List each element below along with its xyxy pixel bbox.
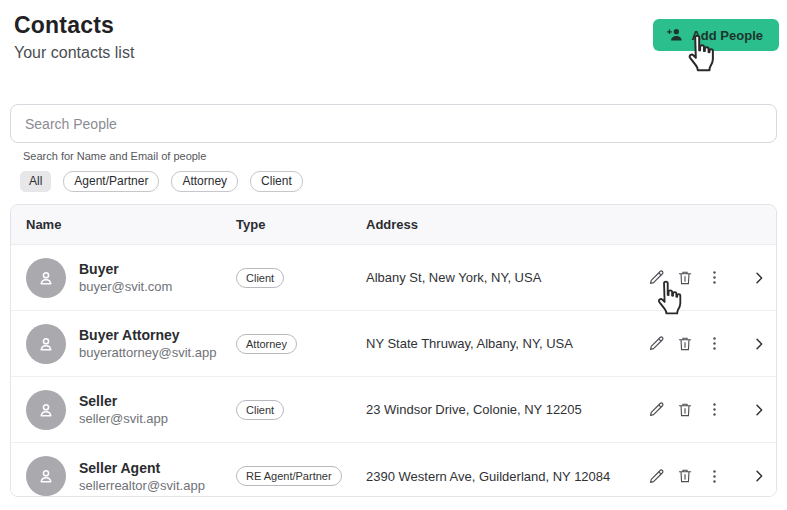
edit-pencil-icon[interactable] — [646, 466, 666, 486]
delete-trash-icon[interactable] — [675, 334, 695, 354]
filter-chip-client[interactable]: Client — [250, 171, 303, 192]
contact-address: 23 Windsor Drive, Colonie, NY 12205 — [351, 402, 646, 417]
more-options-kebab-icon[interactable] — [704, 400, 724, 420]
delete-trash-icon[interactable] — [675, 400, 695, 420]
avatar — [26, 390, 66, 430]
column-header-name: Name — [11, 217, 221, 232]
column-header-type: Type — [221, 217, 351, 232]
contact-email: buyer@svit.com — [79, 279, 172, 294]
chevron-right-icon[interactable] — [749, 334, 769, 354]
edit-pencil-icon[interactable] — [646, 268, 666, 288]
filter-chip-all[interactable]: All — [20, 171, 51, 192]
contact-address: Albany St, New York, NY, USA — [351, 270, 646, 285]
contact-address: NY State Thruway, Albany, NY, USA — [351, 336, 646, 351]
chevron-right-icon[interactable] — [749, 400, 769, 420]
table-row[interactable]: Seller seller@svit.app Client 23 Windsor… — [11, 377, 776, 443]
contact-email: sellerrealtor@svit.app — [79, 478, 205, 493]
type-badge: Client — [236, 268, 284, 288]
filter-chips: All Agent/Partner Attorney Client — [20, 171, 777, 192]
more-options-kebab-icon[interactable] — [704, 334, 724, 354]
contact-name: Seller — [79, 393, 168, 409]
table-row[interactable]: Seller Agent sellerrealtor@svit.app RE A… — [11, 443, 776, 497]
person-plus-icon — [666, 26, 684, 44]
column-header-address: Address — [351, 217, 646, 232]
table-row[interactable]: Buyer Attorney buyerattorney@svit.app At… — [11, 311, 776, 377]
type-badge: Client — [236, 400, 284, 420]
avatar — [26, 324, 66, 364]
contact-email: seller@svit.app — [79, 411, 168, 426]
chevron-right-icon[interactable] — [749, 268, 769, 288]
delete-trash-icon[interactable] — [675, 268, 695, 288]
more-options-kebab-icon[interactable] — [704, 268, 724, 288]
contacts-page: Contacts Your contacts list Add People S… — [0, 0, 787, 510]
contact-address: 2390 Western Ave, Guilderland, NY 12084 — [351, 469, 646, 484]
contact-name: Seller Agent — [79, 460, 205, 476]
edit-pencil-icon[interactable] — [646, 334, 666, 354]
search-input[interactable] — [10, 104, 777, 143]
table-row[interactable]: Buyer buyer@svit.com Client Albany St, N… — [11, 245, 776, 311]
filter-chip-attorney[interactable]: Attorney — [171, 171, 238, 192]
chevron-right-icon[interactable] — [749, 466, 769, 486]
delete-trash-icon[interactable] — [675, 466, 695, 486]
contact-name: Buyer Attorney — [79, 327, 217, 343]
more-options-kebab-icon[interactable] — [704, 466, 724, 486]
avatar — [26, 456, 66, 496]
search-helper-text: Search for Name and Email of people — [23, 150, 777, 162]
edit-pencil-icon[interactable] — [646, 400, 666, 420]
add-people-button[interactable]: Add People — [653, 19, 779, 51]
contact-email: buyerattorney@svit.app — [79, 345, 217, 360]
add-people-label: Add People — [691, 28, 763, 43]
avatar — [26, 258, 66, 298]
table-header-row: Name Type Address — [11, 205, 776, 245]
type-badge: Attorney — [236, 334, 297, 354]
contact-name: Buyer — [79, 261, 172, 277]
contacts-table: Name Type Address Buyer buyer@svit.com C… — [10, 204, 777, 497]
search-section: Search for Name and Email of people All … — [10, 104, 777, 192]
type-badge: RE Agent/Partner — [236, 466, 342, 486]
filter-chip-agent-partner[interactable]: Agent/Partner — [63, 171, 159, 192]
